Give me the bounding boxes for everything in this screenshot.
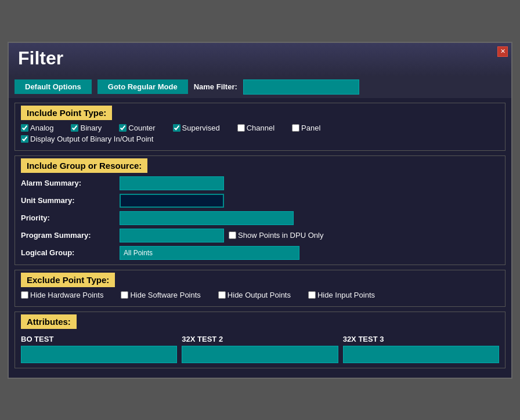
checkbox-display-output[interactable]: Display Output of Binary In/Out Point xyxy=(21,135,153,143)
attr-input-2[interactable] xyxy=(182,346,338,363)
point-type-checkboxes: Analog Binary Counter Supervised Channel xyxy=(21,124,499,132)
attributes-grid: BO TEST 32X TEST 2 32X TEST 3 xyxy=(21,335,499,363)
checkbox-counter[interactable]: Counter xyxy=(119,124,155,132)
alarm-summary-input[interactable] xyxy=(120,176,224,190)
group-form: Alarm Summary: Unit Summary: Priority: P… xyxy=(21,176,499,260)
attr-input-3[interactable] xyxy=(343,346,499,363)
attr-col-1: BO TEST xyxy=(21,335,177,363)
close-button[interactable]: ✕ xyxy=(497,46,508,57)
exclude-point-type-section: Exclude Point Type: Hide Hardware Points… xyxy=(15,270,505,307)
attributes-section: Attributes: BO TEST 32X TEST 2 32X TEST … xyxy=(15,312,505,368)
logical-group-input[interactable] xyxy=(120,246,299,260)
attr-col-2: 32X TEST 2 xyxy=(182,335,338,363)
alarm-summary-label: Alarm Summary: xyxy=(21,179,114,187)
checkbox-hide-output[interactable]: Hide Output Points xyxy=(218,291,291,299)
show-points-label: Show Points in DPU Only xyxy=(238,231,323,240)
priority-input[interactable] xyxy=(120,211,294,225)
program-summary-label: Program Summary: xyxy=(21,231,114,240)
main-window: ✕ Filter Default Options Goto Regular Mo… xyxy=(8,42,512,379)
window-title: Filter xyxy=(18,48,63,69)
unit-summary-label: Unit Summary: xyxy=(21,196,114,205)
exclude-checkboxes: Hide Hardware Points Hide Software Point… xyxy=(21,291,499,299)
checkbox-binary[interactable]: Binary xyxy=(71,124,102,132)
attr-col-3: 32X TEST 3 xyxy=(343,335,499,363)
name-filter-input[interactable] xyxy=(243,79,359,95)
unit-summary-row xyxy=(120,194,499,208)
toolbar: Default Options Goto Regular Mode Name F… xyxy=(9,76,511,98)
exclude-point-type-header: Exclude Point Type: xyxy=(21,273,115,287)
alarm-summary-row xyxy=(120,176,499,190)
include-point-type-section: Include Point Type: Analog Binary Counte… xyxy=(15,103,505,151)
include-point-type-header: Include Point Type: xyxy=(21,106,112,120)
attr-label-3: 32X TEST 3 xyxy=(343,335,499,343)
checkbox-hide-software[interactable]: Hide Software Points xyxy=(121,291,200,299)
program-summary-row: Show Points in DPU Only xyxy=(120,229,499,242)
checkbox-hide-hardware[interactable]: Hide Hardware Points xyxy=(21,291,103,299)
checkbox-analog[interactable]: Analog xyxy=(21,124,53,132)
checkbox-hide-input[interactable]: Hide Input Points xyxy=(308,291,375,299)
logical-group-row xyxy=(120,246,499,260)
unit-summary-input[interactable] xyxy=(120,194,224,208)
attr-input-1[interactable] xyxy=(21,346,177,363)
goto-regular-mode-button[interactable]: Goto Regular Mode xyxy=(98,79,188,94)
program-summary-input[interactable] xyxy=(120,229,224,242)
display-output-label: Display Output of Binary In/Out Point xyxy=(30,135,153,143)
attr-label-1: BO TEST xyxy=(21,335,177,343)
include-group-header: Include Group or Resource: xyxy=(21,158,147,173)
attributes-header: Attributes: xyxy=(21,314,77,329)
priority-row xyxy=(120,211,499,225)
attr-label-2: 32X TEST 2 xyxy=(182,335,338,343)
priority-label: Priority: xyxy=(21,213,114,222)
checkbox-supervised[interactable]: Supervised xyxy=(173,124,220,132)
logical-group-label: Logical Group: xyxy=(21,248,114,257)
show-points-checkbox[interactable]: Show Points in DPU Only xyxy=(229,231,323,240)
default-options-button[interactable]: Default Options xyxy=(15,79,92,94)
include-group-section: Include Group or Resource: Alarm Summary… xyxy=(15,155,505,265)
checkbox-panel[interactable]: Panel xyxy=(292,124,320,132)
title-bar: Filter xyxy=(9,43,511,76)
content-area: Include Point Type: Analog Binary Counte… xyxy=(9,98,511,378)
name-filter-label: Name Filter: xyxy=(194,82,237,91)
checkbox-channel[interactable]: Channel xyxy=(237,124,275,132)
